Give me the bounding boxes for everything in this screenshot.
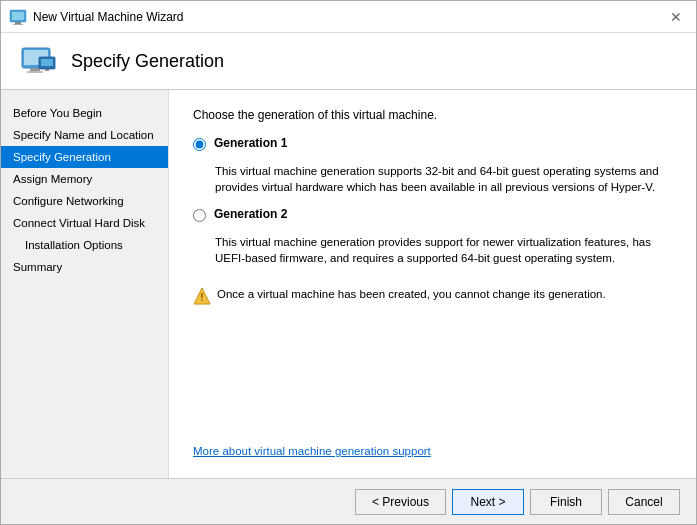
sidebar: Before You Begin Specify Name and Locati… (1, 90, 169, 478)
generation1-option: Generation 1 (193, 136, 672, 151)
generation2-radio[interactable] (193, 209, 206, 222)
title-bar-text: New Virtual Machine Wizard (33, 10, 664, 24)
finish-button[interactable]: Finish (530, 489, 602, 515)
warning-icon: ! (193, 287, 211, 305)
generation1-description: This virtual machine generation supports… (215, 163, 672, 195)
sidebar-item-specify-name[interactable]: Specify Name and Location (1, 124, 168, 146)
title-bar: New Virtual Machine Wizard ✕ (1, 1, 696, 33)
warning-box: ! Once a virtual machine has been create… (193, 286, 672, 305)
svg-rect-1 (12, 12, 24, 20)
generation2-label[interactable]: Generation 2 (214, 207, 287, 221)
generation1-label[interactable]: Generation 1 (214, 136, 287, 150)
svg-rect-10 (45, 69, 49, 71)
generation1-radio[interactable] (193, 138, 206, 151)
window: New Virtual Machine Wizard ✕ Specify Gen… (0, 0, 697, 525)
sidebar-item-specify-generation[interactable]: Specify Generation (1, 146, 168, 168)
header-title: Specify Generation (71, 51, 224, 72)
content-intro: Choose the generation of this virtual ma… (193, 108, 672, 122)
next-button[interactable]: Next > (452, 489, 524, 515)
svg-text:!: ! (200, 292, 203, 303)
close-button[interactable]: ✕ (664, 5, 688, 29)
previous-button[interactable]: < Previous (355, 489, 446, 515)
sidebar-item-connect-vhd[interactable]: Connect Virtual Hard Disk (1, 212, 168, 234)
header-section: Specify Generation (1, 33, 696, 90)
sidebar-item-configure-networking[interactable]: Configure Networking (1, 190, 168, 212)
svg-rect-6 (30, 68, 40, 71)
generation2-option: Generation 2 (193, 207, 672, 222)
content-area: Choose the generation of this virtual ma… (169, 90, 696, 478)
sidebar-item-summary[interactable]: Summary (1, 256, 168, 278)
header-icon (21, 47, 57, 75)
generation2-description: This virtual machine generation provides… (215, 234, 672, 266)
window-icon (9, 8, 27, 26)
sidebar-item-installation-options[interactable]: Installation Options (1, 234, 168, 256)
svg-rect-3 (13, 24, 23, 25)
cancel-button[interactable]: Cancel (608, 489, 680, 515)
link-area: More about virtual machine generation su… (193, 444, 672, 466)
warning-text: Once a virtual machine has been created,… (217, 286, 606, 302)
generation-support-link[interactable]: More about virtual machine generation su… (193, 445, 431, 457)
svg-rect-9 (41, 59, 53, 66)
svg-rect-7 (27, 71, 43, 73)
main-content: Before You Begin Specify Name and Locati… (1, 90, 696, 478)
footer: < Previous Next > Finish Cancel (1, 478, 696, 524)
svg-rect-2 (15, 22, 21, 24)
sidebar-item-before-you-begin[interactable]: Before You Begin (1, 102, 168, 124)
sidebar-item-assign-memory[interactable]: Assign Memory (1, 168, 168, 190)
